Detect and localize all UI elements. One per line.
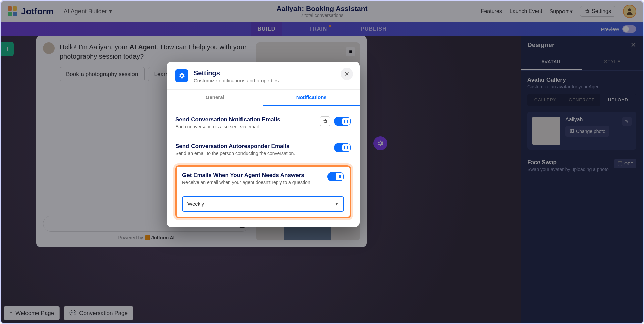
setting-autoresponder: Send Conversation Autoresponder Emails S…	[175, 136, 351, 163]
needs-answers-toggle[interactable]	[327, 172, 344, 181]
chevron-down-icon: ▼	[335, 202, 339, 206]
autoresponder-toggle[interactable]	[334, 143, 351, 152]
modal-close-button[interactable]: ✕	[341, 68, 353, 80]
setting-needs-answers: Get Emails When Your Agent Needs Answers…	[182, 172, 344, 192]
frequency-select[interactable]: Weekly ▼	[182, 196, 344, 212]
gear-icon	[322, 119, 328, 124]
highlighted-section: Get Emails When Your Agent Needs Answers…	[175, 165, 351, 218]
modal-tab-notifications[interactable]: Notifications	[263, 90, 360, 106]
settings-modal: Settings Customize notifications and pro…	[167, 62, 360, 227]
setting-conversation-notification: Send Conversation Notification Emails Ea…	[175, 109, 351, 136]
close-icon: ✕	[344, 70, 350, 78]
modal-title: Settings	[194, 69, 279, 77]
modal-subtitle: Customize notifications and properties	[194, 78, 279, 83]
modal-tab-general[interactable]: General	[167, 90, 263, 106]
conversation-notification-toggle[interactable]	[334, 117, 351, 126]
notification-settings-button[interactable]	[320, 116, 330, 126]
settings-modal-icon	[175, 69, 188, 82]
